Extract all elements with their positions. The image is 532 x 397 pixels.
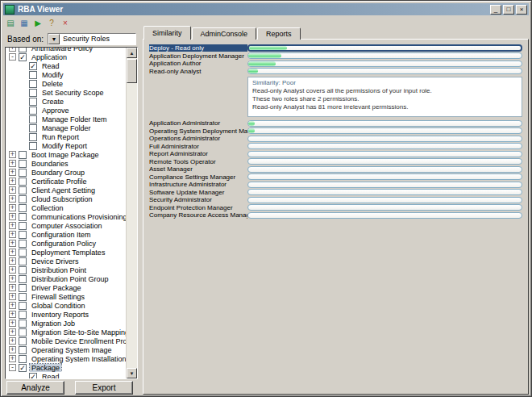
- tree-item[interactable]: +Operating System Image: [6, 345, 126, 354]
- similarity-row[interactable]: Operating System Deployment Manager: [149, 127, 522, 136]
- checkbox[interactable]: [19, 302, 27, 310]
- exit-icon[interactable]: ×: [60, 19, 70, 28]
- checkbox[interactable]: [19, 355, 27, 363]
- tree-scrollbar[interactable]: ▲ ▼: [126, 48, 137, 378]
- expand-icon[interactable]: +: [9, 195, 16, 203]
- similarity-row[interactable]: Application Administrator: [149, 119, 522, 127]
- checkbox[interactable]: [19, 195, 27, 203]
- expand-icon[interactable]: +: [9, 293, 16, 300]
- run-analysis-icon[interactable]: ▶: [33, 19, 43, 28]
- checkbox[interactable]: [19, 284, 27, 292]
- checkbox[interactable]: [19, 169, 27, 177]
- checkbox[interactable]: ✓: [29, 373, 37, 380]
- checkbox[interactable]: [29, 80, 37, 88]
- tree-item[interactable]: +Distribution Point: [6, 265, 126, 274]
- checkbox[interactable]: [19, 151, 27, 159]
- tree-item[interactable]: Manage Folder Item: [6, 115, 126, 123]
- checkbox[interactable]: [19, 186, 27, 194]
- expand-icon[interactable]: +: [9, 275, 16, 282]
- export-button[interactable]: Export: [75, 381, 133, 395]
- scroll-down-icon[interactable]: ▼: [127, 368, 137, 378]
- tree-item[interactable]: Modify: [6, 70, 126, 79]
- checkbox[interactable]: [29, 142, 37, 150]
- similarity-row[interactable]: Company Resource Access Manager: [149, 211, 522, 219]
- checkbox[interactable]: [19, 204, 27, 212]
- expand-icon[interactable]: +: [9, 337, 16, 345]
- tree-item[interactable]: Create: [6, 97, 126, 106]
- checkbox[interactable]: [19, 178, 27, 186]
- expand-icon[interactable]: +: [9, 302, 16, 309]
- similarity-row[interactable]: Read-only Analyst: [149, 68, 522, 76]
- tree-item[interactable]: Approve: [6, 106, 126, 115]
- checkbox[interactable]: [19, 240, 27, 248]
- expand-icon[interactable]: +: [9, 186, 16, 194]
- checkbox[interactable]: [19, 266, 27, 274]
- checkbox[interactable]: [29, 115, 37, 123]
- expand-icon[interactable]: +: [9, 320, 16, 327]
- tree-item[interactable]: +Boot Image Package: [6, 150, 126, 159]
- tree-item[interactable]: Set Security Scope: [6, 88, 126, 97]
- tree-item[interactable]: +Inventory Reports: [6, 310, 126, 319]
- expand-icon[interactable]: +: [9, 249, 16, 256]
- minimize-button[interactable]: _: [490, 5, 501, 15]
- expand-icon[interactable]: +: [9, 257, 16, 265]
- new-analysis-icon[interactable]: ▤: [6, 19, 15, 28]
- expand-icon[interactable]: +: [9, 311, 16, 318]
- title-bar[interactable]: RBA Viewer _ □ ×: [3, 3, 529, 15]
- tree-item[interactable]: Modify Report: [6, 141, 126, 150]
- tree-item[interactable]: +Operating System Installation Package: [6, 354, 126, 363]
- similarity-row[interactable]: Security Administrator: [149, 196, 522, 204]
- tree-item[interactable]: Run Report: [6, 132, 126, 141]
- checkbox[interactable]: [19, 160, 27, 168]
- checkbox[interactable]: [19, 231, 27, 239]
- checkbox[interactable]: [29, 98, 37, 106]
- checkbox[interactable]: [19, 293, 27, 301]
- tree-item[interactable]: ✓Read: [6, 372, 126, 379]
- tree-item[interactable]: +Distribution Point Group: [6, 274, 126, 283]
- checkbox[interactable]: [19, 337, 27, 345]
- tree-item[interactable]: -✓Package: [6, 363, 126, 372]
- help-icon[interactable]: ?: [47, 19, 56, 28]
- expand-icon[interactable]: +: [9, 160, 16, 167]
- similarity-row[interactable]: Asset Manager: [149, 165, 522, 173]
- expand-icon[interactable]: +: [9, 213, 16, 220]
- tree-item[interactable]: Delete: [6, 79, 126, 88]
- tree-item[interactable]: +Configuration Policy: [6, 239, 126, 248]
- tree-item[interactable]: +Configuration Item: [6, 230, 126, 239]
- similarity-row[interactable]: Deploy - Read only: [149, 44, 522, 52]
- tree-item[interactable]: +Communications Provisioning Profile: [6, 212, 126, 221]
- based-on-combobox[interactable]: ▼ Security Roles: [48, 33, 136, 45]
- similarity-row[interactable]: Application Deployment Manager: [149, 52, 522, 61]
- tree-item[interactable]: +Certificate Profile: [6, 177, 126, 186]
- tab-reports[interactable]: Reports: [257, 27, 301, 40]
- tree-item[interactable]: +Boundary Group: [6, 168, 126, 177]
- checkbox[interactable]: [19, 275, 27, 283]
- similarity-row[interactable]: Compliance Settings Manager: [149, 173, 522, 182]
- similarity-row[interactable]: Full Administrator: [149, 143, 522, 151]
- tree-item[interactable]: +Cloud Subscription: [6, 194, 126, 203]
- tree-item[interactable]: +Antimalware Policy: [6, 47, 126, 52]
- checkbox[interactable]: [19, 213, 27, 221]
- expand-icon[interactable]: +: [9, 266, 16, 274]
- checkbox[interactable]: [19, 257, 27, 265]
- scroll-up-icon[interactable]: ▲: [127, 48, 137, 58]
- tree-item[interactable]: +Global Condition: [6, 301, 126, 310]
- tree-item[interactable]: +Boundaries: [6, 159, 126, 168]
- checkbox[interactable]: [19, 222, 27, 230]
- chevron-down-icon[interactable]: ▼: [48, 34, 60, 44]
- tree-item[interactable]: ✓Read: [6, 61, 126, 70]
- tree-item[interactable]: +Collection: [6, 203, 126, 212]
- checkbox[interactable]: [19, 346, 27, 354]
- expand-icon[interactable]: +: [9, 284, 16, 291]
- checkbox[interactable]: [29, 107, 37, 115]
- tree-item[interactable]: +Mobile Device Enrollment Profiles: [6, 336, 126, 345]
- similarity-row[interactable]: Report Administrator: [149, 150, 522, 158]
- checkbox[interactable]: [29, 124, 37, 132]
- expand-icon[interactable]: +: [9, 178, 16, 185]
- similarity-row[interactable]: Endpoint Protection Manager: [149, 204, 522, 212]
- checkbox[interactable]: [19, 320, 27, 328]
- checkbox[interactable]: [19, 328, 27, 336]
- scrollbar-thumb[interactable]: [127, 59, 137, 83]
- tab-similarity[interactable]: Similarity: [143, 26, 191, 40]
- tree-item[interactable]: +Device Drivers: [6, 257, 126, 265]
